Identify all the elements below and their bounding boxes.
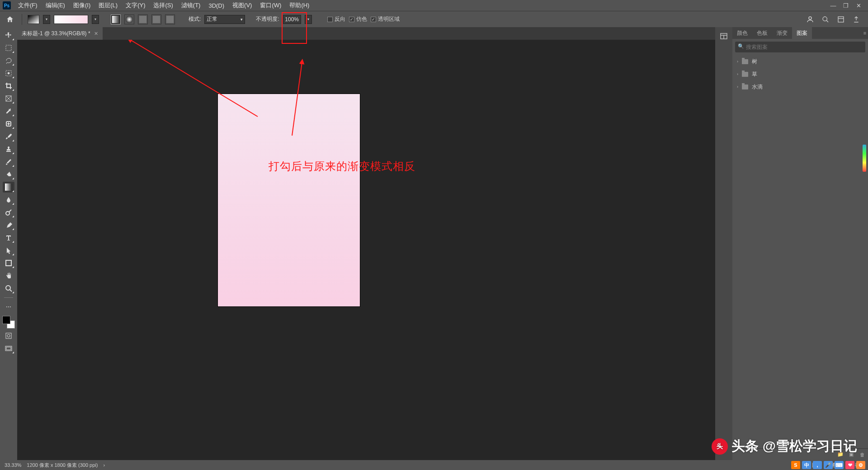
pattern-search[interactable] bbox=[735, 42, 865, 52]
edit-toolbar[interactable]: ⋯ bbox=[3, 301, 14, 312]
gradient-diamond-icon[interactable] bbox=[165, 14, 175, 24]
ime-icon[interactable]: ⌨ bbox=[835, 461, 844, 469]
info-chevron-icon[interactable]: › bbox=[103, 462, 105, 468]
app-logo: Ps bbox=[3, 1, 11, 9]
pen-tool[interactable] bbox=[3, 220, 14, 230]
eraser-tool[interactable] bbox=[3, 169, 14, 180]
frame-tool[interactable] bbox=[3, 93, 14, 104]
eyedropper-tool[interactable] bbox=[3, 106, 14, 117]
panel-tabs: 颜色 色板 渐变 图案 ≡ bbox=[732, 27, 868, 39]
menu-view[interactable]: 视图(V) bbox=[229, 0, 255, 11]
pattern-folder[interactable]: ›草 bbox=[732, 68, 868, 80]
dock-panel-icon[interactable] bbox=[719, 32, 728, 41]
ime-icon[interactable]: 中 bbox=[802, 461, 811, 469]
menu-layer[interactable]: 图层(L) bbox=[95, 0, 121, 11]
cloud-doc-icon[interactable] bbox=[806, 15, 815, 24]
svg-rect-4 bbox=[166, 16, 174, 23]
quick-mask-icon[interactable] bbox=[3, 330, 14, 341]
menu-image[interactable]: 图像(I) bbox=[70, 0, 94, 11]
tab-patterns[interactable]: 图案 bbox=[792, 27, 812, 39]
menu-filter[interactable]: 滤镜(T) bbox=[178, 0, 204, 11]
healing-tool[interactable] bbox=[3, 118, 14, 129]
move-tool[interactable] bbox=[3, 30, 14, 41]
marquee-tool[interactable] bbox=[3, 42, 14, 53]
opacity-label: 不透明度: bbox=[256, 15, 279, 23]
workspace-icon[interactable] bbox=[836, 15, 845, 24]
gradient-picker[interactable] bbox=[54, 15, 88, 24]
status-bar: 33.33% 1200 像素 x 1800 像素 (300 ppi) › 图层 … bbox=[0, 460, 868, 470]
brush-tool[interactable] bbox=[3, 131, 14, 142]
zoom-level[interactable]: 33.33% bbox=[5, 462, 21, 468]
menu-file[interactable]: 文件(F) bbox=[14, 0, 41, 11]
canvas-viewport[interactable]: 打勾后与原来的渐变模式相反 bbox=[17, 40, 715, 460]
tools-panel: ⋯ bbox=[0, 27, 17, 460]
color-swatches[interactable] bbox=[2, 316, 15, 329]
menu-edit[interactable]: 编辑(E) bbox=[42, 0, 69, 11]
tab-close-icon[interactable]: ✕ bbox=[94, 31, 98, 37]
pattern-folder[interactable]: ›水滴 bbox=[732, 80, 868, 93]
delete-icon[interactable]: 🗑 bbox=[859, 451, 865, 458]
document-area: 未标题-1 @ 33.3%(RGB/8) * ✕ 打勾后与原来的渐变模式相反 bbox=[17, 27, 715, 460]
gradient-linear-icon[interactable] bbox=[111, 14, 121, 24]
tab-gradients[interactable]: 渐变 bbox=[772, 27, 792, 39]
dodge-tool[interactable] bbox=[3, 207, 14, 218]
gradient-tool[interactable] bbox=[3, 182, 14, 193]
canvas[interactable] bbox=[218, 94, 360, 306]
stamp-tool[interactable] bbox=[3, 144, 14, 155]
ime-icon[interactable]: 🎤 bbox=[824, 461, 833, 469]
svg-rect-3 bbox=[153, 16, 160, 23]
gradient-radial-icon[interactable] bbox=[124, 14, 134, 24]
history-brush-tool[interactable] bbox=[3, 156, 14, 167]
menu-help[interactable]: 帮助(H) bbox=[286, 0, 313, 11]
svg-point-18 bbox=[7, 334, 10, 337]
preset-dropdown[interactable]: ▾ bbox=[43, 15, 50, 24]
ime-icon[interactable]: , bbox=[813, 461, 822, 469]
pattern-folder[interactable]: ›树 bbox=[732, 55, 868, 68]
ime-icon[interactable]: S bbox=[791, 461, 800, 469]
ime-icon[interactable]: ❤ bbox=[845, 461, 854, 469]
ime-icon[interactable]: ⚙ bbox=[856, 461, 865, 469]
hand-tool[interactable] bbox=[3, 270, 14, 281]
screen-mode-icon[interactable] bbox=[3, 343, 14, 354]
menu-select[interactable]: 选择(S) bbox=[150, 0, 176, 11]
close-icon[interactable]: ✕ bbox=[855, 2, 862, 9]
options-bar: ▾ ▾ 模式: 正常 不透明度: 100% ▾ 反向 仿色 透明区域 bbox=[0, 11, 868, 27]
maximize-icon[interactable]: ❐ bbox=[843, 2, 849, 9]
doc-info[interactable]: 1200 像素 x 1800 像素 (300 ppi) bbox=[27, 462, 98, 469]
menu-bar: Ps 文件(F) 编辑(E) 图像(I) 图层(L) 文字(Y) 选择(S) 滤… bbox=[0, 0, 868, 11]
type-tool[interactable] bbox=[3, 232, 14, 243]
tab-color[interactable]: 颜色 bbox=[732, 27, 752, 39]
crop-tool[interactable] bbox=[3, 80, 14, 91]
gradient-angle-icon[interactable] bbox=[138, 14, 148, 24]
search-input[interactable] bbox=[735, 42, 865, 52]
share-icon[interactable] bbox=[852, 15, 861, 24]
gradient-preset[interactable] bbox=[28, 15, 39, 24]
lasso-tool[interactable] bbox=[3, 55, 14, 66]
menu-3d[interactable]: 3D(D) bbox=[205, 1, 228, 10]
quick-select-tool[interactable] bbox=[3, 68, 14, 79]
folder-icon bbox=[742, 72, 748, 77]
zoom-tool[interactable] bbox=[3, 283, 14, 294]
menu-window[interactable]: 窗口(W) bbox=[256, 0, 285, 11]
svg-rect-7 bbox=[838, 17, 844, 22]
gradient-reflected-icon[interactable] bbox=[151, 14, 161, 24]
search-icon[interactable] bbox=[821, 15, 830, 24]
panel-menu-icon[interactable]: ≡ bbox=[862, 30, 868, 36]
tab-swatches[interactable]: 色板 bbox=[752, 27, 772, 39]
svg-rect-20 bbox=[6, 347, 11, 350]
home-button[interactable] bbox=[4, 13, 16, 26]
dither-checkbox[interactable]: 仿色 bbox=[349, 15, 367, 23]
transparency-checkbox[interactable]: 透明区域 bbox=[371, 15, 400, 23]
shape-tool[interactable] bbox=[3, 258, 14, 268]
folder-icon bbox=[742, 85, 748, 89]
mode-select[interactable]: 正常 bbox=[204, 15, 245, 24]
gradient-dropdown[interactable]: ▾ bbox=[92, 15, 99, 24]
minimize-icon[interactable]: — bbox=[830, 2, 836, 9]
menu-type[interactable]: 文字(Y) bbox=[122, 0, 149, 11]
reverse-checkbox[interactable]: 反向 bbox=[327, 15, 345, 23]
pattern-folder-list: ›树 ›草 ›水滴 bbox=[732, 55, 868, 93]
path-select-tool[interactable] bbox=[3, 245, 14, 256]
blur-tool[interactable] bbox=[3, 194, 14, 205]
document-tab[interactable]: 未标题-1 @ 33.3%(RGB/8) * ✕ bbox=[17, 27, 103, 40]
svg-rect-2 bbox=[139, 16, 146, 23]
